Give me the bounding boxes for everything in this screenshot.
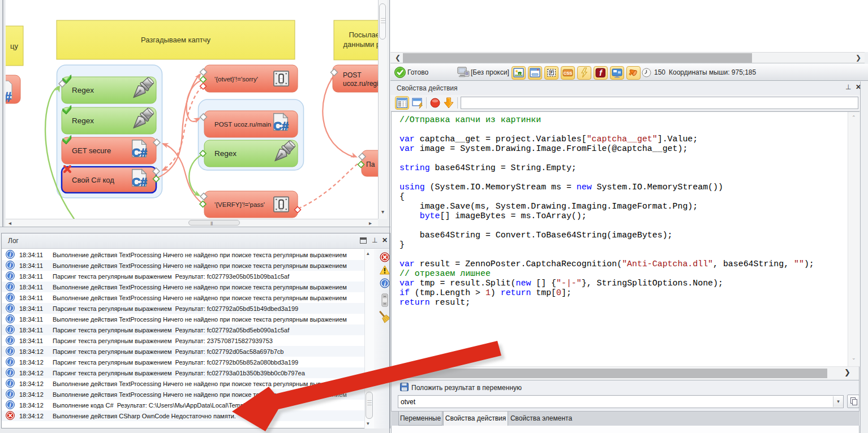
svg-text:'{VERFY}'!='pass': '{VERFY}'!='pass' (214, 201, 265, 208)
svg-text:C#: C# (132, 146, 147, 159)
svg-text:'{otvet}'!='sorry': '{otvet}'!='sorry' (214, 76, 258, 83)
svg-text:POST ucoz.ru/main: POST ucoz.ru/main (214, 121, 271, 128)
svg-text:Свой C# код: Свой C# код (72, 176, 114, 184)
svg-text:Па: Па (366, 161, 375, 168)
svg-text:CSS: CSS (564, 71, 572, 76)
svg-text:данными р: данными р (343, 40, 379, 49)
svg-text:Regex: Regex (72, 116, 94, 125)
svg-text:C#: C# (273, 119, 289, 132)
svg-text:ucoz.ru/regis: ucoz.ru/regis (343, 80, 378, 88)
svg-text:POST: POST (343, 71, 362, 79)
svg-text:Посылаем: Посылаем (349, 31, 379, 39)
svg-text:Разгадываем каптчу: Разгадываем каптчу (141, 36, 211, 44)
svg-text:Regex: Regex (72, 86, 94, 94)
svg-text:C#: C# (132, 175, 147, 188)
svg-text:Regex: Regex (214, 149, 237, 158)
svg-text:#: # (6, 89, 11, 105)
svg-text:цу: цу (10, 42, 18, 50)
svg-text:F: F (551, 71, 553, 75)
svg-text:GET secure: GET secure (72, 146, 111, 155)
